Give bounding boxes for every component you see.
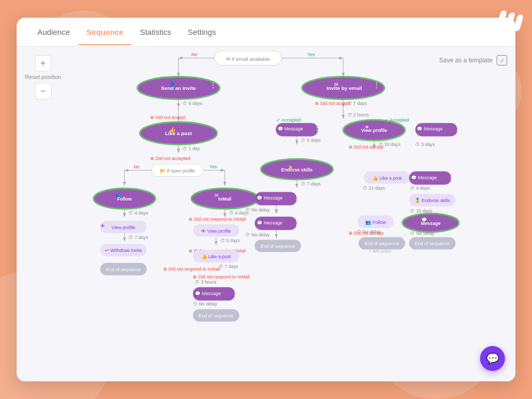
svg-text:💬 Message: 💬 Message [257,195,283,201]
svg-text:⋮: ⋮ [447,172,455,181]
svg-text:⏱ 1 day: ⏱ 1 day [182,146,200,151]
svg-text:End of sequence: End of sequence [364,241,399,246]
svg-text:+ add action: + add action [369,249,391,254]
chat-button[interactable]: 💬 [480,346,505,371]
tab-statistics[interactable]: Statistics [131,19,179,45]
svg-text:👍 Like a post: 👍 Like a post [373,175,402,181]
svg-text:⏱ 4 days: ⏱ 4 days [128,210,148,216]
svg-text:⏱ 3 hours: ⏱ 3 hours [195,280,217,285]
svg-text:⋮: ⋮ [293,193,300,201]
svg-text:Yes: Yes [307,52,315,57]
svg-text:⏱ No delay: ⏱ No delay [410,231,434,236]
tab-sequence[interactable]: Sequence [78,19,132,45]
svg-text:Yes: Yes [209,164,217,169]
svg-text:⏱ 4 days: ⏱ 4 days [410,185,430,191]
svg-text:⋮: ⋮ [293,218,300,226]
zoom-in-button[interactable]: + [35,55,51,72]
svg-text:⊗ Did not accept: ⊗ Did not accept [349,144,384,150]
svg-text:Follow: Follow [117,196,131,202]
svg-text:💬 Message: 💬 Message [195,290,221,297]
svg-text:✉ If email available: ✉ If email available [226,56,270,62]
svg-text:⏱ 7 days: ⏱ 7 days [219,264,238,269]
svg-text:⋮: ⋮ [456,216,463,224]
svg-text:⏱ 10 days: ⏱ 10 days [410,208,432,214]
svg-text:⋮: ⋮ [403,241,408,246]
svg-text:↩ Withdraw Invite: ↩ Withdraw Invite [105,248,142,253]
svg-text:End of sequence: End of sequence [415,241,450,246]
svg-text:✓ Accepted: ✓ Accepted [276,117,301,123]
svg-text:Like a post: Like a post [165,130,192,136]
main-card: Audience Sequence Statistics Settings + … [17,18,515,381]
svg-text:⊗ Did not respond to InMail: ⊗ Did not respond to InMail [163,267,220,272]
svg-text:⏱ 6 days: ⏱ 6 days [182,101,202,106]
svg-text:View profile: View profile [361,128,387,133]
svg-text:End of sequence: End of sequence [260,244,295,249]
svg-text:⏱ 5 days: ⏱ 5 days [220,238,240,243]
svg-text:⊗ Did res respond to InMail: ⊗ Did res respond to InMail [193,274,249,280]
save-template-label: Save as a template [439,57,493,64]
svg-text:✓ Accepted: ✓ Accepted [384,117,409,123]
svg-text:Message: Message [421,221,441,226]
tab-settings[interactable]: Settings [179,19,224,45]
svg-text:No: No [134,164,139,169]
svg-text:Endorse skills: Endorse skills [281,167,312,172]
svg-text:⋮: ⋮ [209,81,217,89]
svg-text:⏱ No delay: ⏱ No delay [245,232,270,237]
svg-text:⊗ Did not accept: ⊗ Did not accept [349,231,384,236]
svg-text:🏅 Endorse skills: 🏅 Endorse skills [415,197,450,204]
save-template-button[interactable]: Save as a template ⤢ [439,55,507,65]
svg-text:⏱ No delay: ⏱ No delay [245,207,270,212]
svg-text:End of sequence: End of sequence [198,313,233,318]
svg-text:Send an Invite: Send an Invite [161,85,196,91]
logo-stripe-3 [513,15,524,31]
svg-text:👁: 👁 [100,223,105,229]
svg-text:👥 Follow: 👥 Follow [365,219,386,225]
svg-text:⏱ No delay: ⏱ No delay [193,301,217,307]
svg-text:⋮: ⋮ [373,81,380,89]
tab-audience[interactable]: Audience [29,19,78,45]
svg-text:⏱ 2 hours: ⏱ 2 hours [348,112,369,117]
reset-position-label[interactable]: Reset position [25,74,61,81]
svg-text:⏱ 7 days: ⏱ 7 days [348,101,367,106]
zoom-out-button[interactable]: − [35,83,51,99]
svg-text:📂 If open profile: 📂 If open profile [160,168,195,174]
svg-text:View profile: View profile [112,225,136,230]
svg-text:End of sequence: End of sequence [106,267,141,272]
svg-text:⏱ 7 days: ⏱ 7 days [128,235,148,240]
chat-icon: 💬 [486,352,499,365]
svg-text:👍 Like a post: 👍 Like a post [202,254,231,260]
svg-text:InMail: InMail [218,196,231,202]
svg-text:Invite by email: Invite by email [327,85,362,91]
zoom-controls: + Reset position − [25,55,61,99]
svg-text:⏱ 7 days: ⏱ 7 days [301,181,321,187]
svg-text:👁 View profile: 👁 View profile [201,229,231,234]
logo [498,10,522,35]
svg-text:⋮: ⋮ [454,124,461,132]
svg-text:⏱ 21 days: ⏱ 21 days [363,185,385,191]
tab-navigation: Audience Sequence Statistics Settings [17,18,515,47]
svg-text:⋮: ⋮ [313,124,321,132]
svg-text:⊗ Did not accept: ⊗ Did not accept [315,101,350,106]
expand-icon: ⤢ [497,55,507,65]
svg-text:⊗ Did not respond to InMail: ⊗ Did not respond to InMail [189,217,246,222]
svg-text:⏱ 3 days: ⏱ 3 days [415,142,435,147]
svg-text:No: No [191,52,197,57]
svg-text:💬 Message: 💬 Message [277,126,303,132]
svg-text:⊗ Did not accepted: ⊗ Did not accepted [150,156,190,161]
svg-text:⋮: ⋮ [231,288,238,297]
svg-text:⏱ 5 days: ⏱ 5 days [301,138,321,143]
svg-text:💬 Message: 💬 Message [411,175,437,181]
svg-text:💬 Message: 💬 Message [417,126,443,132]
svg-text:⊗ Did not accept: ⊗ Did not accept [150,115,185,120]
svg-text:💬 Message: 💬 Message [257,220,283,226]
flow-diagram: ✉ If email available No Yes 👤 Send an In… [17,47,515,381]
flow-canvas: + Reset position − Save as a template ⤢ [17,47,515,381]
